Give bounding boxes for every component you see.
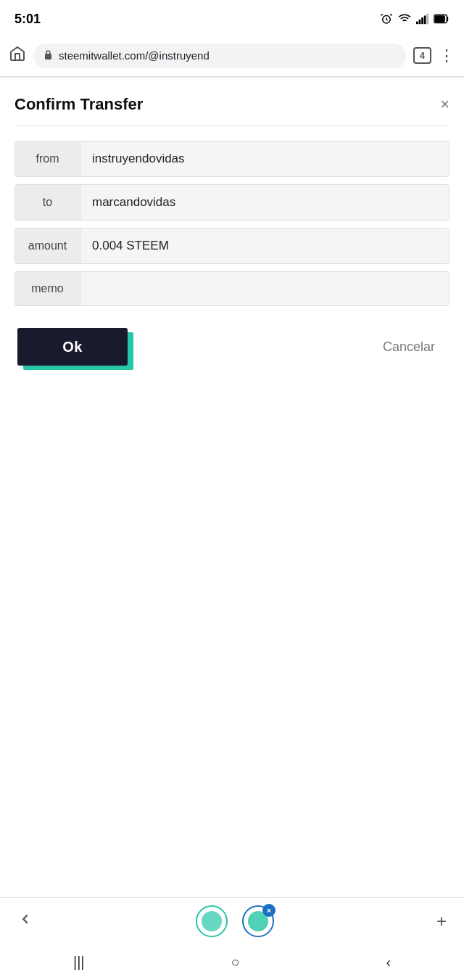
url-text: steemitwallet.com/@instruyend bbox=[59, 49, 396, 62]
buttons-area: Ok Cancelar bbox=[14, 328, 450, 366]
ok-button-wrapper: Ok bbox=[17, 328, 128, 366]
signal-icon bbox=[416, 13, 429, 25]
to-label: to bbox=[15, 185, 80, 220]
alarm-icon bbox=[380, 12, 393, 25]
modal-header: Confirm Transfer × bbox=[14, 95, 450, 114]
status-time: 5:01 bbox=[14, 12, 41, 27]
ok-button[interactable]: Ok bbox=[17, 328, 128, 366]
sys-back-icon[interactable]: ‹ bbox=[386, 954, 391, 971]
nav-circle-buttons: × bbox=[196, 905, 274, 937]
memo-value bbox=[80, 272, 449, 305]
bottom-nav: × + bbox=[0, 897, 464, 944]
nav-close-badge[interactable]: × bbox=[262, 904, 276, 917]
menu-button[interactable]: ⋮ bbox=[439, 46, 455, 65]
tab-count-button[interactable]: 4 bbox=[413, 47, 431, 64]
svg-rect-3 bbox=[421, 17, 423, 24]
lock-icon bbox=[44, 49, 53, 62]
status-bar: 5:01 bbox=[0, 0, 464, 35]
from-label: from bbox=[15, 141, 80, 176]
from-row: from instruyendovidas bbox=[14, 141, 450, 177]
svg-rect-8 bbox=[45, 54, 51, 59]
svg-rect-1 bbox=[416, 22, 418, 25]
cancel-button[interactable]: Cancelar bbox=[371, 334, 447, 361]
svg-rect-5 bbox=[426, 14, 428, 24]
system-nav: ||| ○ ‹ bbox=[0, 944, 464, 980]
sys-menu-icon[interactable]: ||| bbox=[73, 954, 85, 971]
amount-value: 0.004 STEEM bbox=[80, 228, 449, 263]
nav-tab-button-2[interactable]: × bbox=[242, 905, 274, 937]
nav-tab-inner-1 bbox=[202, 911, 222, 931]
status-icons bbox=[380, 12, 450, 25]
nav-tab-button-1[interactable] bbox=[196, 905, 228, 937]
browser-bar: steemitwallet.com/@instruyend 4 ⋮ bbox=[0, 35, 464, 77]
svg-rect-4 bbox=[424, 16, 426, 25]
modal-title: Confirm Transfer bbox=[14, 95, 143, 114]
to-row: to marcandovidas bbox=[14, 184, 450, 221]
close-button[interactable]: × bbox=[440, 96, 450, 112]
modal-divider bbox=[14, 125, 450, 126]
svg-rect-2 bbox=[419, 20, 421, 24]
modal-area: Confirm Transfer × from instruyendovidas… bbox=[0, 78, 464, 380]
sys-home-icon[interactable]: ○ bbox=[231, 954, 239, 971]
memo-row: memo bbox=[14, 271, 450, 306]
home-button[interactable] bbox=[9, 45, 26, 67]
amount-row: amount 0.004 STEEM bbox=[14, 228, 450, 264]
wifi-icon bbox=[397, 12, 412, 25]
battery-icon bbox=[434, 14, 450, 24]
svg-rect-7 bbox=[435, 16, 444, 22]
nav-back-button[interactable] bbox=[17, 911, 33, 931]
amount-label: amount bbox=[15, 228, 80, 263]
to-value: marcandovidas bbox=[80, 185, 449, 220]
url-bar[interactable]: steemitwallet.com/@instruyend bbox=[33, 44, 406, 68]
memo-label: memo bbox=[15, 272, 80, 305]
from-value: instruyendovidas bbox=[80, 141, 449, 176]
nav-add-button[interactable]: + bbox=[436, 911, 447, 931]
